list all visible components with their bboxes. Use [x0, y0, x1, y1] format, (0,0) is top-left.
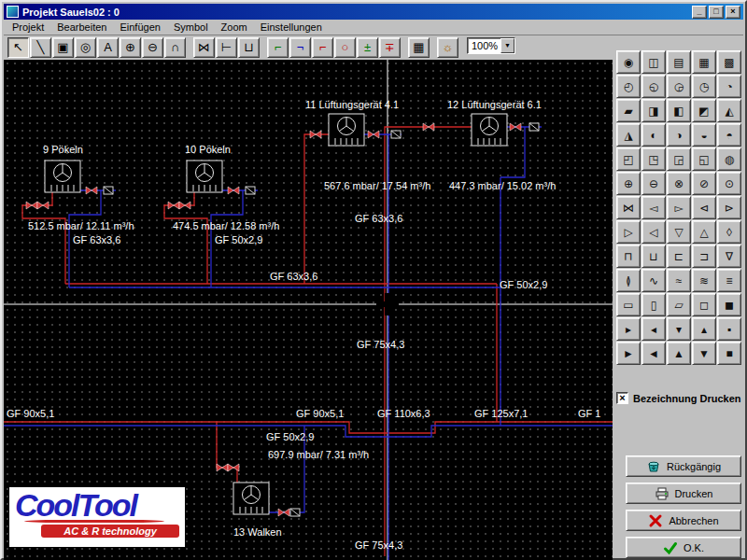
vessel-tool[interactable]: ⊔ — [238, 37, 260, 58]
valve-symbol[interactable] — [217, 464, 228, 471]
polyline-green-tool[interactable]: ⌐ — [267, 37, 289, 58]
palette-symbol-56[interactable]: ▸ — [616, 317, 641, 341]
palette-symbol-31[interactable]: ⋈ — [616, 196, 641, 219]
cancel-button[interactable]: Abbrechen — [626, 510, 741, 531]
palette-symbol-62[interactable]: ◄ — [641, 342, 666, 365]
palette-symbol-45[interactable]: ∇ — [717, 245, 741, 268]
palette-symbol-6[interactable]: ◴ — [616, 75, 641, 98]
palette-symbol-7[interactable]: ◵ — [641, 75, 666, 98]
diagram-canvas[interactable]: 9 Pökeln 10 Pökeln 11 Lüftungsgerät 4.1 … — [4, 60, 613, 560]
palette-symbol-40[interactable]: ◊ — [717, 220, 741, 244]
ok-button[interactable]: O.K. — [626, 537, 741, 558]
palette-symbol-22[interactable]: ◳ — [641, 147, 666, 171]
palette-symbol-42[interactable]: ⊔ — [641, 245, 666, 268]
palette-symbol-24[interactable]: ◱ — [692, 147, 716, 171]
valve-symbol[interactable] — [228, 464, 239, 471]
palette-symbol-18[interactable]: ◑ — [667, 123, 691, 147]
palette-symbol-37[interactable]: ◁ — [641, 220, 666, 244]
pump-symbol[interactable] — [290, 509, 300, 516]
unit-13-symbol[interactable] — [233, 483, 269, 514]
valve-symbol[interactable] — [310, 131, 321, 138]
palette-symbol-64[interactable]: ▼ — [692, 342, 716, 365]
fitting-tool[interactable]: ⋈ — [193, 37, 215, 58]
step-up-tool[interactable]: ± — [357, 37, 378, 58]
palette-symbol-61[interactable]: ► — [616, 342, 641, 365]
palette-symbol-3[interactable]: ▤ — [667, 50, 691, 74]
palette-symbol-52[interactable]: ▯ — [641, 293, 666, 316]
palette-symbol-2[interactable]: ◫ — [641, 50, 666, 74]
polyline-red-tool[interactable]: ⌐ — [312, 37, 333, 58]
palette-symbol-44[interactable]: ⊐ — [692, 245, 716, 268]
ellipse-tool[interactable]: ○ — [334, 37, 356, 58]
palette-symbol-16[interactable]: ◮ — [616, 123, 641, 147]
palette-symbol-30[interactable]: ⊙ — [717, 172, 741, 195]
print-labels-option[interactable]: × Bezeichnung Drucken — [616, 392, 741, 404]
grid-tool[interactable]: ▦ — [408, 37, 430, 58]
palette-symbol-54[interactable]: ◻ — [692, 293, 716, 316]
palette-symbol-4[interactable]: ▦ — [692, 50, 716, 74]
palette-symbol-39[interactable]: △ — [692, 220, 716, 244]
palette-symbol-43[interactable]: ⊏ — [667, 245, 691, 268]
select-tool[interactable]: ↖ — [7, 37, 29, 58]
valve-tool[interactable]: ⊢ — [216, 37, 237, 58]
arc-tool[interactable]: ∩ — [164, 37, 186, 58]
palette-symbol-50[interactable]: ≡ — [717, 269, 741, 292]
palette-symbol-26[interactable]: ⊕ — [616, 172, 641, 195]
palette-symbol-65[interactable]: ■ — [717, 342, 741, 365]
palette-symbol-28[interactable]: ⊗ — [667, 172, 691, 195]
palette-symbol-58[interactable]: ▾ — [667, 317, 691, 341]
palette-symbol-27[interactable]: ⊖ — [641, 172, 666, 195]
valve-symbol[interactable] — [510, 123, 521, 131]
print-labels-label[interactable]: Bezeichnung Drucken — [633, 393, 741, 404]
menu-item-zoom[interactable]: Zoom — [215, 20, 254, 35]
pump-symbol[interactable] — [246, 187, 255, 194]
text-tool[interactable]: A — [97, 37, 119, 58]
chevron-down-icon[interactable]: ▼ — [500, 38, 514, 53]
palette-symbol-19[interactable]: ◒ — [692, 123, 716, 147]
valve-symbol[interactable] — [368, 131, 379, 138]
palette-symbol-38[interactable]: ▽ — [667, 220, 691, 244]
palette-symbol-8[interactable]: ◶ — [667, 75, 691, 98]
valve-symbol[interactable] — [37, 202, 49, 209]
menu-item-projekt[interactable]: Projekt — [6, 20, 50, 35]
palette-symbol-29[interactable]: ⊘ — [692, 172, 716, 195]
zoom-out-tool[interactable]: ⊖ — [142, 37, 163, 58]
valve-symbol[interactable] — [179, 202, 190, 209]
palette-symbol-46[interactable]: ≬ — [616, 269, 641, 292]
palette-symbol-59[interactable]: ▴ — [692, 317, 716, 341]
palette-symbol-49[interactable]: ≋ — [692, 269, 716, 292]
palette-symbol-53[interactable]: ▱ — [667, 293, 691, 316]
close-button[interactable]: × — [726, 6, 740, 19]
symbol-tool[interactable]: ▣ — [52, 37, 74, 58]
palette-symbol-25[interactable]: ◍ — [717, 147, 741, 171]
palette-symbol-5[interactable]: ▩ — [717, 50, 741, 74]
palette-symbol-15[interactable]: ◭ — [717, 99, 741, 122]
palette-symbol-12[interactable]: ◨ — [641, 99, 666, 122]
palette-symbol-1[interactable]: ◉ — [616, 50, 641, 74]
polyline-blue-tool[interactable]: ¬ — [289, 37, 311, 58]
pump-symbol[interactable] — [529, 123, 539, 131]
palette-symbol-34[interactable]: ⊲ — [692, 196, 716, 219]
palette-symbol-13[interactable]: ◧ — [667, 99, 691, 122]
palette-symbol-47[interactable]: ∿ — [641, 269, 666, 292]
palette-symbol-36[interactable]: ▷ — [616, 220, 641, 244]
valve-symbol[interactable] — [423, 123, 434, 131]
palette-symbol-17[interactable]: ◐ — [641, 123, 666, 147]
maximize-button[interactable]: □ — [709, 6, 724, 19]
palette-symbol-23[interactable]: ◲ — [667, 147, 691, 171]
palette-symbol-9[interactable]: ◷ — [692, 75, 716, 98]
palette-symbol-63[interactable]: ▲ — [667, 342, 691, 365]
palette-symbol-41[interactable]: ⊓ — [616, 245, 641, 268]
palette-symbol-60[interactable]: ▪ — [717, 317, 741, 341]
step-down-tool[interactable]: ∓ — [379, 37, 401, 58]
zoom-in-tool[interactable]: ⊕ — [120, 37, 141, 58]
valve-symbol[interactable] — [168, 202, 179, 209]
palette-symbol-10[interactable]: ◔ — [717, 75, 741, 98]
valve-symbol[interactable] — [228, 187, 239, 194]
menu-item-einfgen[interactable]: Einfügen — [113, 20, 166, 35]
palette-symbol-51[interactable]: ▭ — [616, 293, 641, 316]
menu-item-symbol[interactable]: Symbol — [167, 20, 215, 35]
palette-symbol-35[interactable]: ⊳ — [717, 196, 741, 219]
unit-10-symbol[interactable] — [187, 161, 222, 192]
unit-9-symbol[interactable] — [45, 161, 80, 192]
